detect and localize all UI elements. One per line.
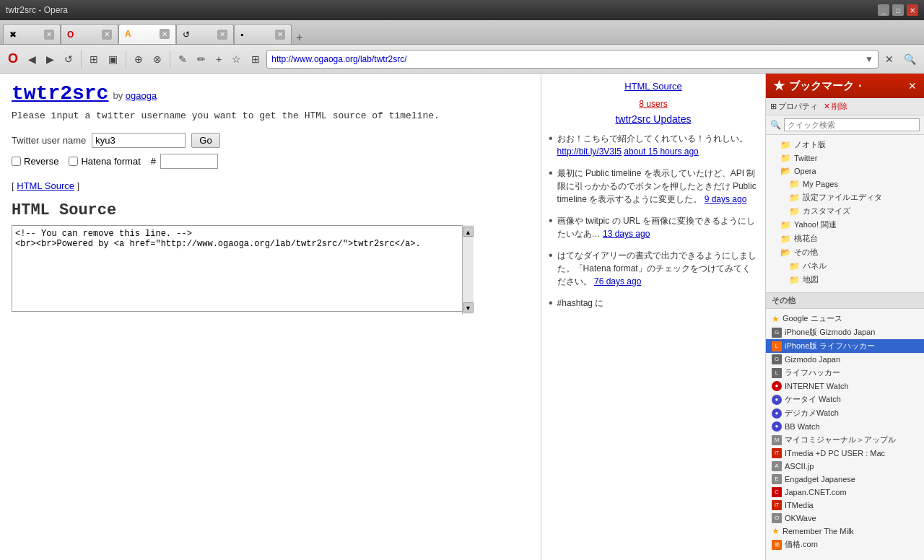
html-source-link[interactable]: HTML Source <box>17 180 74 191</box>
bm-internet-watch[interactable]: ● INTERNET Watch <box>766 380 924 393</box>
favicon-gizmodo-jp: G <box>772 354 782 364</box>
pen-button[interactable]: ✎ <box>175 51 191 67</box>
bm-ascii[interactable]: A ASCII.jp <box>766 460 924 473</box>
reload-button[interactable]: ↺ <box>61 51 77 67</box>
opera-menu-button[interactable]: O <box>4 49 22 69</box>
address-reload-button[interactable]: ✕ <box>881 51 897 67</box>
bm-folder-mypages[interactable]: 📁 My Pages <box>766 178 924 191</box>
users-badge[interactable]: 8 users <box>549 99 758 109</box>
back-button[interactable]: ◀ <box>25 51 40 67</box>
folder-open-icon: 📂 <box>780 166 791 176</box>
bm-itmedia[interactable]: IT ITMedia <box>766 499 924 512</box>
rss-button[interactable]: ⊞ <box>248 51 263 67</box>
main-container: twtr2src by ogaoga Please input a twitte… <box>0 74 924 560</box>
update-time-2[interactable]: 9 days ago <box>705 194 747 204</box>
search-button[interactable]: 🔍 <box>900 51 920 67</box>
source-textarea[interactable]: <!-- You can remove this line. --> <br><… <box>12 225 474 312</box>
address-go-button[interactable]: ▼ <box>865 54 873 64</box>
bookmarks-header: ★ ブックマーク · ✕ <box>766 74 924 98</box>
reverse-checkbox[interactable] <box>12 157 21 166</box>
bm-folder-yahoo[interactable]: 📁 Yahoo! 関連 <box>766 218 924 232</box>
bm-folder-momodai[interactable]: 📁 桃花台 <box>766 232 924 245</box>
bm-engadget[interactable]: E Engadget Japanese <box>766 473 924 486</box>
bm-folder-panel[interactable]: 📁 パネル <box>766 259 924 273</box>
tab-3[interactable]: A ✕ <box>118 24 176 44</box>
star-button[interactable]: ☆ <box>228 51 245 67</box>
update-link-1[interactable]: http://bit.ly/3V3I5 <box>557 146 622 157</box>
bm-okwave[interactable]: O OKWave <box>766 512 924 525</box>
hash-input[interactable] <box>160 154 218 169</box>
plus-button[interactable]: + <box>212 51 225 67</box>
scrollbar-up[interactable]: ▲ <box>463 227 474 237</box>
bookmarks-search-input[interactable] <box>784 118 920 131</box>
bm-itmedia-d[interactable]: IT ITmedia +D PC USER : Mac <box>766 447 924 460</box>
bm-cnet[interactable]: C Japan.CNET.com <box>766 486 924 499</box>
grid-button[interactable]: ⊞ <box>86 51 102 67</box>
delete-button[interactable]: ✕ 削除 <box>824 101 847 112</box>
close-button[interactable]: ✕ <box>907 4 918 16</box>
tab-1-close[interactable]: ✕ <box>44 30 54 40</box>
username-input[interactable] <box>92 133 186 148</box>
update-item-1: • おお！こちらで紹介してくれている！うれしい。 http://bit.ly/3… <box>549 132 758 158</box>
bookmarks-button[interactable]: ⊕ <box>131 51 147 67</box>
updates-title[interactable]: twtr2src Updates <box>549 113 758 125</box>
bm-gizmodo[interactable]: G iPhone版 Gizmodo Japan <box>766 325 924 339</box>
maximize-button[interactable]: □ <box>892 4 904 16</box>
forward-button[interactable]: ▶ <box>43 51 58 67</box>
bookmarks-close-button[interactable]: ✕ <box>908 80 917 92</box>
bm-folder-editor[interactable]: 📁 設定ファイルエディタ <box>766 191 924 204</box>
highlight-button[interactable]: ✏ <box>193 51 209 67</box>
bm-folder-note[interactable]: 📁 ノオト版 <box>766 138 924 152</box>
star-rtm-icon: ★ <box>772 526 780 536</box>
folder-icon: 📁 <box>780 220 791 230</box>
bm-folder-opera[interactable]: 📂 Opera <box>766 165 924 178</box>
hatena-checkbox[interactable] <box>69 157 78 166</box>
bm-kakaku[interactable]: 価 価格.com <box>766 538 924 551</box>
tab-3-close[interactable]: ✕ <box>160 29 170 39</box>
address-input[interactable] <box>271 54 865 64</box>
scrollbar-down[interactable]: ▼ <box>463 302 474 312</box>
source-textarea-container: <!-- You can remove this line. --> <br><… <box>12 225 474 314</box>
update-time-4[interactable]: 76 days ago <box>594 276 641 286</box>
bm-rtm[interactable]: ★ Remember The Milk <box>766 525 924 538</box>
star-icon: ★ <box>772 314 780 324</box>
view-button[interactable]: ▣ <box>105 51 121 67</box>
tab-2-close[interactable]: ✕ <box>102 30 112 40</box>
properties-icon: ⊞ <box>770 102 777 111</box>
bm-folder-twitter[interactable]: 📁 Twitter <box>766 152 924 165</box>
separator-3 <box>170 51 170 68</box>
tab-5[interactable]: ▪ ✕ <box>234 24 292 44</box>
bm-digicam-watch[interactable]: ● デジカメWatch <box>766 406 924 420</box>
update-text-4: はてなダイアリーの書式で出力できるようにしました。「Hatena format」… <box>557 249 758 288</box>
tab-4-close[interactable]: ✕ <box>217 30 227 40</box>
bm-keitai-watch[interactable]: ● ケータイ Watch <box>766 393 924 406</box>
feeds-button[interactable]: ⊗ <box>149 51 165 67</box>
bm-lifehacker-jp[interactable]: L ライフハッカー <box>766 366 924 380</box>
page-title[interactable]: twtr2src <box>12 82 108 105</box>
right-html-source-link[interactable]: HTML Source <box>624 81 682 92</box>
properties-button[interactable]: ⊞ プロパティ <box>770 101 818 112</box>
bm-google-news[interactable]: ★ Google ニュース <box>766 312 924 325</box>
update-text-1: おお！こちらで紹介してくれている！うれしい。 http://bit.ly/3V3… <box>557 132 758 158</box>
bm-bb-watch[interactable]: ● BB Watch <box>766 420 924 433</box>
tab-2[interactable]: O ✕ <box>61 24 118 44</box>
update-time-3[interactable]: 13 days ago <box>603 229 650 239</box>
bookmarks-panel: ★ ブックマーク · ✕ ⊞ プロパティ ✕ 削除 🔍 📁 <box>765 74 924 560</box>
author-link[interactable]: ogaoga <box>126 90 157 101</box>
bm-lifehacker[interactable]: L iPhone版 ライフハッカー <box>766 339 924 353</box>
tab-5-close[interactable]: ✕ <box>275 30 285 40</box>
bm-folder-other[interactable]: 📂 その他 <box>766 245 924 259</box>
tab-1[interactable]: ✖ ✕ <box>3 24 61 44</box>
update-time-1[interactable]: about 15 hours ago <box>624 146 698 157</box>
tab-4[interactable]: ↺ ✕ <box>176 24 234 44</box>
go-button[interactable]: Go <box>191 133 219 148</box>
favicon-okwave: O <box>772 513 782 523</box>
bm-folder-custom[interactable]: 📁 カスタマイズ <box>766 204 924 218</box>
favicon-bb-watch: ● <box>772 421 782 432</box>
minimize-button[interactable]: _ <box>878 4 889 16</box>
bm-folder-map[interactable]: 📁 地図 <box>766 273 924 286</box>
bm-mycom[interactable]: M マイコミジャーナル＞アップル <box>766 433 924 447</box>
favicon-kakaku: 価 <box>772 540 782 550</box>
bm-gizmodo-jp[interactable]: G Gizmodo Japan <box>766 353 924 366</box>
new-tab-button[interactable]: + <box>292 31 307 44</box>
